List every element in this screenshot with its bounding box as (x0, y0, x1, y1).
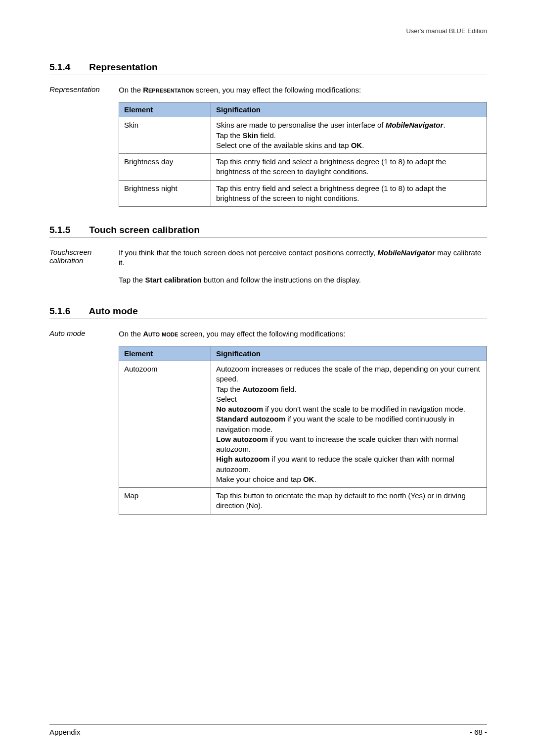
section-heading-automode: 5.1.6 Auto mode (49, 306, 487, 319)
text: Skins are made to personalise the user i… (216, 121, 386, 129)
footer-page-number: - 68 - (470, 728, 487, 736)
cell-signification: Autozoom increases or reduces the scale … (211, 361, 487, 488)
text: Select (216, 395, 237, 403)
footer-left: Appendix (49, 728, 81, 736)
table-row: Autozoom Autozoom increases or reduces t… (119, 361, 487, 488)
text: if you don't want the scale to be modifi… (263, 405, 465, 413)
col-signification: Signification (211, 346, 487, 361)
cell-signification: Tap this entry field and select a bright… (211, 154, 487, 181)
margin-label: Representation (49, 85, 119, 211)
section-body-automode: Auto mode On the Auto mode screen, you m… (49, 329, 487, 519)
table-header-row: Element Signification (119, 346, 487, 361)
paragraph: Tap the Start calibration button and fol… (119, 275, 487, 285)
text: . (362, 141, 364, 149)
intro-paragraph: On the Auto mode screen, you may effect … (119, 329, 487, 339)
body-column: On the Representation screen, you may ef… (119, 85, 487, 211)
ui-ref: No autozoom (216, 405, 263, 413)
text: If you think that the touch screen does … (119, 248, 377, 257)
section-body-touchscreen: Touchscreen calibration If you think tha… (49, 248, 487, 292)
col-element: Element (119, 102, 211, 117)
text: On the (119, 86, 143, 94)
cell-element: Brightness night (119, 180, 211, 207)
section-title: Touch screen calibration (89, 225, 199, 235)
cell-signification: Skins are made to personalise the user i… (211, 117, 487, 154)
text: field. (258, 131, 276, 140)
col-element: Element (119, 346, 211, 361)
text: On the (119, 330, 143, 338)
section-title: Auto mode (89, 306, 138, 316)
cell-element: Skin (119, 117, 211, 154)
screen-name: Auto mode (143, 330, 178, 338)
cell-element: Map (119, 488, 211, 515)
cell-element: Autozoom (119, 361, 211, 488)
text: screen, you may effect the following mod… (194, 86, 361, 94)
ui-ref: OK (303, 475, 314, 483)
text: . (443, 121, 445, 129)
table-row: Map Tap this button to orientate the map… (119, 488, 487, 515)
section-heading-representation: 5.1.4 Representation (49, 62, 487, 75)
margin-label: Auto mode (49, 329, 119, 519)
screen-name: Representation (143, 86, 194, 94)
table-header-row: Element Signification (119, 102, 487, 117)
section-title: Representation (89, 62, 157, 72)
product-name: MobileNavigator (377, 248, 435, 257)
product-name: MobileNavigator (386, 121, 444, 129)
text: button and follow the instructions on th… (202, 276, 361, 284)
col-signification: Signification (211, 102, 487, 117)
cell-element: Brightness day (119, 154, 211, 181)
text: Make your choice and tap (216, 475, 303, 483)
section-body-representation: Representation On the Representation scr… (49, 85, 487, 211)
text: Autozoom increases or reduces the scale … (216, 365, 480, 383)
body-column: If you think that the touch screen does … (119, 248, 487, 292)
section-number: 5.1.5 (49, 225, 87, 236)
text: field. (279, 385, 297, 393)
text: Tap the (216, 131, 242, 140)
ui-ref: Start calibration (145, 276, 201, 284)
table-row: Skin Skins are made to personalise the u… (119, 117, 487, 154)
section-heading-touchscreen: 5.1.5 Touch screen calibration (49, 225, 487, 238)
section-number: 5.1.6 (49, 306, 87, 317)
text: Tap the (216, 385, 242, 393)
body-column: On the Auto mode screen, you may effect … (119, 329, 487, 519)
ui-ref: High autozoom (216, 455, 269, 463)
section-number: 5.1.4 (49, 62, 87, 73)
intro-paragraph: On the Representation screen, you may ef… (119, 85, 487, 95)
cell-signification: Tap this entry field and select a bright… (211, 180, 487, 207)
ui-ref: Standard autozoom (216, 415, 285, 423)
ui-ref: Skin (242, 131, 258, 140)
ui-ref: OK (351, 141, 362, 149)
text: Tap the (119, 276, 145, 284)
automode-table: Element Signification Autozoom Autozoom … (119, 346, 487, 515)
running-header: User's manual BLUE Edition (49, 27, 487, 35)
page-footer: Appendix - 68 - (49, 724, 487, 736)
document-page: User's manual BLUE Edition 5.1.4 Represe… (0, 0, 534, 756)
ui-ref: Autozoom (242, 385, 278, 393)
ui-ref: Low autozoom (216, 435, 268, 443)
cell-signification: Tap this button to orientate the map by … (211, 488, 487, 515)
margin-label: Touchscreen calibration (49, 248, 119, 292)
text: . (314, 475, 316, 483)
paragraph: If you think that the touch screen does … (119, 248, 487, 268)
table-row: Brightness day Tap this entry field and … (119, 154, 487, 181)
table-row: Brightness night Tap this entry field an… (119, 180, 487, 207)
text: Select one of the available skins and ta… (216, 141, 351, 149)
text: screen, you may effect the following mod… (178, 330, 345, 338)
representation-table: Element Signification Skin Skins are mad… (119, 102, 487, 207)
